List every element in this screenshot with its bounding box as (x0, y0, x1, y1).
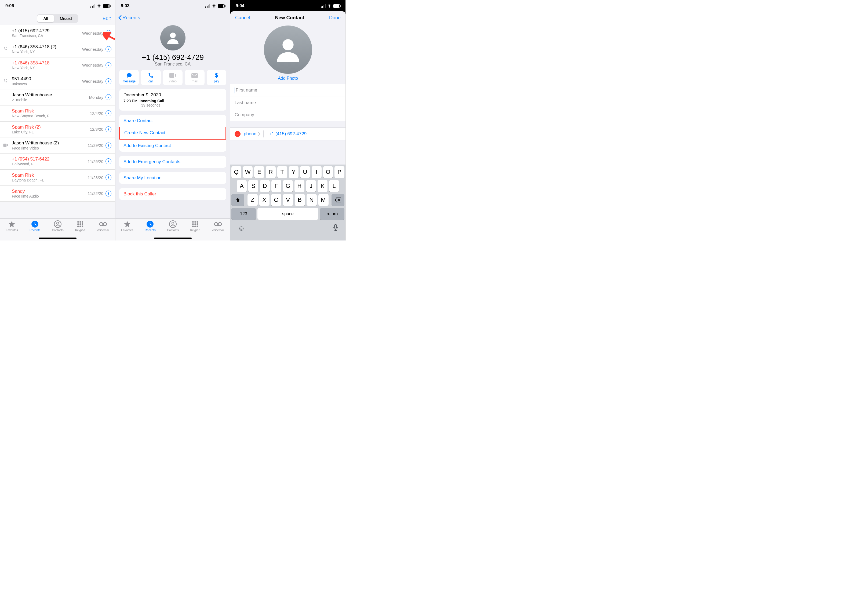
svg-point-7 (80, 221, 81, 223)
key-b[interactable]: B (295, 194, 305, 206)
key-m[interactable]: M (319, 194, 329, 206)
key-s[interactable]: S (248, 180, 258, 192)
info-icon[interactable]: i (106, 62, 111, 68)
tab-recents[interactable]: Recents (30, 220, 40, 240)
key-v[interactable]: V (283, 194, 293, 206)
action-pay[interactable]: $pay (207, 70, 226, 85)
key-l[interactable]: L (329, 180, 339, 192)
tab-favorites[interactable]: Favorites (121, 220, 133, 240)
key-d[interactable]: D (260, 180, 270, 192)
tab-keypad[interactable]: Keypad (75, 220, 85, 240)
recent-call-row[interactable]: Spam RiskNew Smyrna Beach, FL12/4/20i (0, 106, 115, 122)
key-x[interactable]: X (259, 194, 270, 206)
remove-icon[interactable]: － (234, 131, 241, 137)
contact-avatar[interactable] (264, 25, 312, 74)
signal-icon (91, 4, 95, 8)
backspace-key[interactable] (331, 194, 344, 206)
add-photo-button[interactable]: Add Photo (230, 76, 345, 81)
first-name-field[interactable]: First name (230, 84, 345, 97)
info-icon[interactable]: i (106, 142, 111, 148)
segmented-control[interactable]: All Missed (37, 14, 78, 23)
key-w[interactable]: W (243, 166, 253, 178)
done-button[interactable]: Done (329, 15, 340, 21)
add-emergency[interactable]: Add to Emergency Contacts (119, 156, 226, 168)
recent-call-row[interactable]: +1 (646) 358-4718New York, NYWednesdayi (0, 58, 115, 73)
info-icon[interactable]: i (106, 126, 111, 133)
key-n[interactable]: N (306, 194, 317, 206)
key-t[interactable]: T (277, 166, 287, 178)
recent-call-row[interactable]: Jason Writtenhouse (2)FaceTime Video11/2… (0, 137, 115, 154)
tab-voicemail[interactable]: Voicemail (97, 220, 109, 240)
numbers-key[interactable]: 123 (231, 208, 256, 220)
action-message[interactable]: message (119, 70, 139, 85)
info-icon[interactable]: i (106, 46, 111, 52)
recent-call-row[interactable]: Spam Risk (2)Lake City, FL12/3/20i (0, 122, 115, 138)
recent-call-row[interactable]: +1 (646) 358-4718 (2)New York, NYWednesd… (0, 41, 115, 58)
key-c[interactable]: C (271, 194, 281, 206)
tab-keypad[interactable]: Keypad (190, 220, 200, 240)
info-icon[interactable]: i (106, 94, 111, 100)
svg-point-28 (192, 223, 194, 225)
seg-all[interactable]: All (37, 15, 54, 22)
info-icon[interactable]: i (106, 78, 111, 84)
key-u[interactable]: U (300, 166, 310, 178)
back-button[interactable]: Recents (118, 15, 140, 21)
key-o[interactable]: O (323, 166, 333, 178)
recent-call-row[interactable]: Jason Writtenhouse✓ mobileMondayi (0, 89, 115, 106)
key-h[interactable]: H (294, 180, 305, 192)
recent-call-row[interactable]: +1 (415) 692-4729San Francisco, CAWednes… (0, 25, 115, 41)
keyboard[interactable]: QWERTYUIOP ASDFGHJKL ZXCVBNM 123 space r… (230, 165, 345, 240)
recent-call-row[interactable]: 951-4490unknownWednesdayi (0, 73, 115, 89)
last-name-field[interactable]: Last name (230, 97, 345, 109)
action-call[interactable]: call (141, 70, 161, 85)
return-key[interactable]: return (320, 208, 344, 220)
phone-field-row[interactable]: － phone +1 (415) 692-4729 (230, 128, 345, 140)
key-p[interactable]: P (334, 166, 344, 178)
emoji-key[interactable]: ☺ (238, 224, 245, 233)
svg-point-37 (329, 7, 330, 8)
seg-missed[interactable]: Missed (54, 15, 78, 22)
block-caller[interactable]: Block this Caller (119, 188, 226, 200)
company-field[interactable]: Company (230, 109, 345, 121)
key-g[interactable]: G (283, 180, 293, 192)
svg-point-26 (194, 221, 196, 223)
info-icon[interactable]: i (106, 110, 111, 116)
info-icon[interactable]: i (106, 190, 111, 196)
key-k[interactable]: K (317, 180, 328, 192)
info-icon[interactable]: i (106, 158, 111, 164)
key-i[interactable]: I (312, 166, 322, 178)
shift-key[interactable] (231, 194, 244, 206)
recents-list[interactable]: +1 (415) 692-4729San Francisco, CAWednes… (0, 25, 115, 201)
share-location[interactable]: Share My Location (119, 172, 226, 184)
key-j[interactable]: J (306, 180, 316, 192)
create-new-contact[interactable]: Create New Contact (119, 127, 226, 140)
key-r[interactable]: R (266, 166, 276, 178)
call-name: +1 (415) 692-4729 (12, 28, 82, 34)
key-e[interactable]: E (254, 166, 264, 178)
cancel-button[interactable]: Cancel (235, 15, 250, 21)
edit-button[interactable]: Edit (103, 16, 111, 22)
share-contact[interactable]: Share Contact (119, 115, 226, 127)
facetime-icon (3, 143, 8, 148)
call-sub: unknown (12, 82, 82, 87)
mic-key[interactable] (333, 224, 338, 233)
call-date: Wednesday (82, 31, 103, 36)
add-existing-contact[interactable]: Add to Existing Contact (119, 140, 226, 152)
key-a[interactable]: A (237, 180, 247, 192)
call-date: 11/29/20 (88, 143, 103, 148)
info-icon[interactable]: i (106, 175, 111, 180)
tab-favorites[interactable]: Favorites (6, 220, 18, 240)
phone-type[interactable]: phone (244, 131, 260, 137)
tab-voicemail[interactable]: Voicemail (212, 220, 225, 240)
recent-call-row[interactable]: Spam RiskDaytona Beach, FL11/23/20i (0, 170, 115, 186)
modal-title: New Contact (275, 15, 304, 21)
key-z[interactable]: Z (247, 194, 258, 206)
key-y[interactable]: Y (289, 166, 299, 178)
key-q[interactable]: Q (231, 166, 241, 178)
phone-value[interactable]: +1 (415) 692-4729 (269, 131, 306, 137)
space-key[interactable]: space (258, 208, 319, 220)
key-f[interactable]: F (272, 180, 281, 192)
recent-call-row[interactable]: SandyFaceTime Audio11/22/20i (0, 186, 115, 202)
recent-call-row[interactable]: +1 (954) 517-6422Hollywood, FL11/25/20i (0, 154, 115, 170)
call-sub: Hollywood, FL (12, 162, 88, 167)
